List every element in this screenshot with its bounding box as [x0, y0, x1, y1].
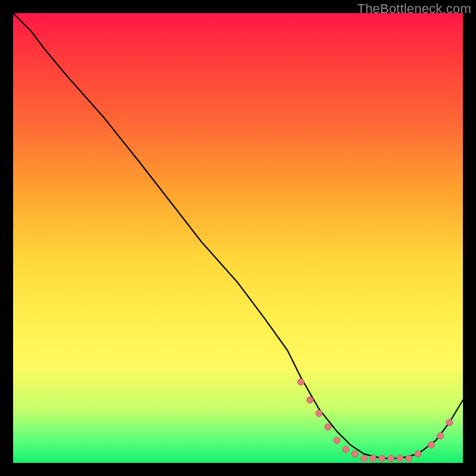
chart-plot-area	[13, 13, 463, 463]
curve-dot	[378, 455, 385, 462]
curve-dot	[307, 397, 314, 403]
watermark-text: TheBottleneck.com	[357, 1, 471, 17]
curve-dot	[388, 455, 394, 462]
chart-stage: TheBottleneck.com	[0, 0, 476, 476]
curve-dot	[446, 419, 453, 426]
chart-svg	[13, 13, 463, 463]
curve-dots	[298, 378, 453, 462]
curve-dot	[406, 455, 412, 462]
curve-dot	[415, 450, 421, 457]
curve-dot	[437, 433, 444, 439]
curve-dot	[361, 455, 367, 462]
bottleneck-curve	[13, 13, 463, 458]
curve-dot	[334, 437, 340, 444]
curve-dot	[325, 424, 331, 430]
curve-dot	[397, 455, 403, 462]
curve-dot	[369, 455, 376, 462]
curve-dot	[316, 410, 322, 416]
curve-dot	[428, 441, 435, 448]
curve-dot	[343, 446, 349, 453]
curve-dot	[298, 378, 304, 385]
curve-dot	[352, 450, 358, 457]
